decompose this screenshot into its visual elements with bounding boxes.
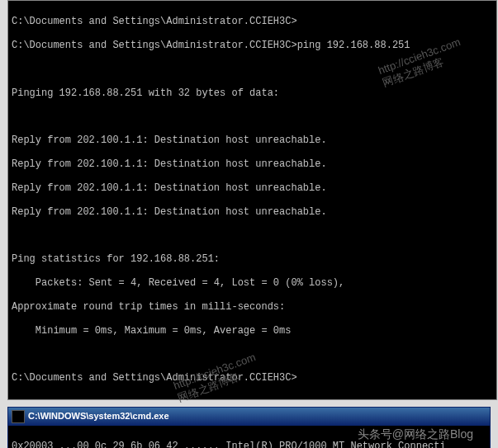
ping-terminal: C:\Documents and Settings\Administrator.… <box>7 0 497 400</box>
cmd-icon <box>12 410 25 423</box>
ping-stats: Ping statistics for 192.168.88.251: <box>12 253 220 265</box>
footer-credit: 头条号@网络之路Blog <box>358 427 473 441</box>
ping-reply: Reply from 202.100.1.1: Destination host… <box>12 206 327 218</box>
ping-reply: Reply from 202.100.1.1: Destination host… <box>12 134 327 146</box>
interface-line: 0x20003 ...00 0c 29 6b 06 42 ...... Inte… <box>12 441 446 448</box>
ping-packets: Packets: Sent = 4, Received = 4, Lost = … <box>12 277 344 289</box>
prompt-line: C:\Documents and Settings\Administrator.… <box>12 16 297 27</box>
ping-reply: Reply from 202.100.1.1: Destination host… <box>12 182 327 194</box>
ping-reply: Reply from 202.100.1.1: Destination host… <box>12 158 327 170</box>
window-titlebar[interactable]: C:\WINDOWS\system32\cmd.exe <box>8 408 490 426</box>
prompt-line: C:\Documents and Settings\Administrator.… <box>12 372 297 384</box>
ping-header: Pinging 192.168.88.251 with 32 bytes of … <box>12 87 279 99</box>
ping-command: C:\Documents and Settings\Administrator.… <box>12 40 410 51</box>
ping-approx: Approximate round trip times in milli-se… <box>12 301 285 313</box>
ping-times: Minimum = 0ms, Maximum = 0ms, Average = … <box>12 325 291 337</box>
window-title: C:\WINDOWS\system32\cmd.exe <box>28 411 169 422</box>
